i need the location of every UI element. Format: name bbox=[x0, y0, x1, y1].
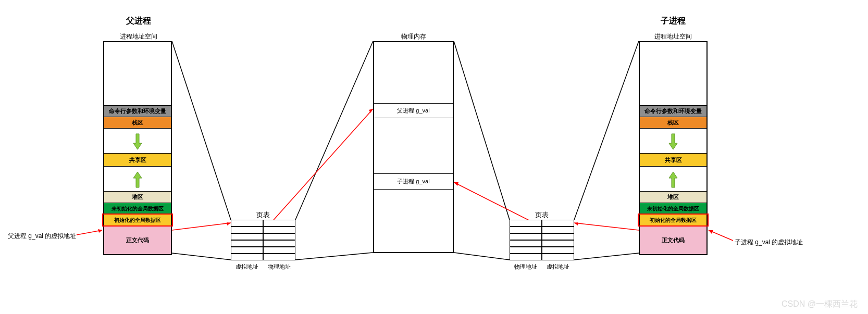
arrow-up-icon bbox=[132, 170, 143, 189]
svg-line-12 bbox=[271, 109, 373, 223]
svg-line-3 bbox=[295, 253, 373, 260]
svg-line-6 bbox=[574, 41, 639, 220]
child-subtitle: 进程地址空间 bbox=[639, 32, 708, 41]
child-pt-col-right: 虚拟地址 bbox=[542, 263, 574, 271]
child-stack-segment: 栈区 bbox=[640, 117, 706, 129]
child-init-label: 初始化的全局数据区 bbox=[650, 217, 697, 224]
child-uninit-segment: 未初始化的全局数据区 bbox=[640, 203, 706, 215]
table-row bbox=[510, 233, 574, 240]
svg-line-16 bbox=[574, 223, 639, 230]
parent-subtitle: 进程地址空间 bbox=[104, 32, 173, 41]
child-text-segment: 正文代码 bbox=[640, 226, 706, 254]
child-page-table-title: 页表 bbox=[510, 210, 574, 220]
svg-marker-13 bbox=[369, 109, 373, 113]
child-page-table bbox=[510, 220, 574, 260]
phys-parent-gval: 父进程 g_val bbox=[374, 104, 453, 118]
parent-pointer-label: 父进程 g_val 的虚拟地址 bbox=[8, 232, 76, 241]
arrow-up-icon bbox=[668, 170, 678, 189]
parent-pt-col-left: 虚拟地址 bbox=[231, 263, 263, 271]
parent-title: 父进程 bbox=[104, 16, 173, 27]
phys-child-gval: 子进程 g_val bbox=[374, 174, 453, 190]
parent-stack-segment: 栈区 bbox=[104, 117, 171, 129]
parent-init-segment: 初始化的全局数据区 bbox=[104, 215, 171, 226]
svg-line-0 bbox=[172, 41, 231, 220]
watermark: CSDN @一棵西兰花 bbox=[782, 299, 858, 310]
svg-line-4 bbox=[454, 41, 510, 220]
physmem-title: 物理内存 bbox=[373, 32, 454, 41]
svg-line-8 bbox=[77, 230, 102, 235]
svg-marker-15 bbox=[709, 230, 713, 234]
svg-line-2 bbox=[295, 41, 373, 220]
parent-shared-segment: 共享区 bbox=[104, 154, 171, 167]
svg-marker-19 bbox=[454, 182, 458, 186]
child-title: 子进程 bbox=[639, 16, 708, 27]
parent-pt-col-right: 物理地址 bbox=[263, 263, 295, 271]
parent-init-label: 初始化的全局数据区 bbox=[114, 217, 161, 224]
table-row bbox=[231, 247, 295, 254]
parent-page-table bbox=[231, 220, 295, 260]
parent-heap-segment: 堆区 bbox=[104, 192, 171, 203]
parent-empty-top bbox=[104, 42, 171, 106]
svg-marker-17 bbox=[574, 222, 578, 225]
parent-text-segment: 正文代码 bbox=[104, 226, 171, 254]
child-pointer-label: 子进程 g_val 的虚拟地址 bbox=[735, 238, 803, 247]
parent-arrow-up bbox=[104, 167, 171, 192]
child-cmd-env-segment: 命令行参数和环境变量 bbox=[640, 106, 706, 117]
table-row bbox=[510, 247, 574, 254]
child-init-segment: 初始化的全局数据区 bbox=[640, 215, 706, 226]
svg-marker-11 bbox=[227, 222, 231, 225]
table-row bbox=[231, 240, 295, 247]
child-arrow-up bbox=[640, 167, 706, 192]
phys-gap bbox=[374, 118, 453, 174]
child-heap-segment: 堆区 bbox=[640, 192, 706, 203]
child-empty-top bbox=[640, 42, 706, 106]
table-row bbox=[510, 220, 574, 227]
child-shared-segment: 共享区 bbox=[640, 154, 706, 167]
parent-cmd-env-segment: 命令行参数和环境变量 bbox=[104, 106, 171, 117]
parent-arrow-down bbox=[104, 129, 171, 154]
arrow-down-icon bbox=[668, 132, 678, 150]
parent-uninit-segment: 未初始化的全局数据区 bbox=[104, 203, 171, 215]
table-row bbox=[510, 254, 574, 260]
table-row bbox=[510, 227, 574, 233]
parent-page-table-title: 页表 bbox=[231, 210, 295, 220]
child-arrow-down bbox=[640, 129, 706, 154]
svg-line-7 bbox=[574, 253, 639, 260]
table-row bbox=[231, 220, 295, 227]
physical-memory: 父进程 g_val 子进程 g_val bbox=[373, 41, 454, 253]
child-pt-col-left: 物理地址 bbox=[510, 263, 542, 271]
phys-blank-top bbox=[374, 42, 453, 104]
phys-blank-bottom bbox=[374, 190, 453, 252]
svg-line-1 bbox=[172, 253, 231, 260]
svg-line-5 bbox=[454, 253, 510, 260]
table-row bbox=[510, 240, 574, 247]
svg-line-14 bbox=[709, 230, 733, 241]
parent-address-space: 命令行参数和环境变量 栈区 共享区 堆区 未初始化的全局数据区 初始化的全局数据… bbox=[103, 41, 172, 255]
table-row bbox=[231, 227, 295, 233]
table-row bbox=[231, 233, 295, 240]
svg-marker-9 bbox=[98, 229, 102, 233]
arrow-down-icon bbox=[132, 132, 143, 150]
table-row bbox=[231, 254, 295, 260]
child-address-space: 命令行参数和环境变量 栈区 共享区 堆区 未初始化的全局数据区 初始化的全局数据… bbox=[639, 41, 708, 255]
svg-line-10 bbox=[172, 223, 231, 230]
